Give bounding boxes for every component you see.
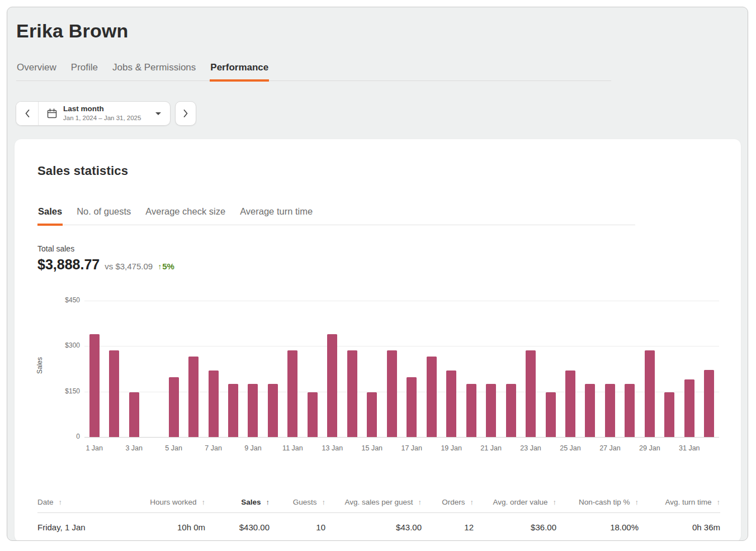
y-tick-label: 0: [29, 433, 80, 440]
table-cell: 10h 0m: [138, 522, 205, 532]
bar-14-jan[interactable]: [347, 350, 357, 437]
sort-arrow-icon: ↑: [717, 498, 721, 506]
x-tick-label: 15 Jan: [362, 444, 383, 452]
bar-28-jan[interactable]: [625, 384, 635, 437]
bar-30-jan[interactable]: [664, 392, 674, 437]
daily-sales-table: Date↑Hours worked↑Sales↑Guests↑Avg. sale…: [37, 491, 720, 541]
bar-24-jan[interactable]: [546, 392, 556, 437]
bar-1-jan[interactable]: [89, 334, 100, 437]
table-cell: 18.00%: [556, 522, 639, 532]
column-header-non-cash-tip-[interactable]: Non-cash tip %↑: [556, 498, 639, 506]
bar-23-jan[interactable]: [526, 350, 536, 437]
previous-period-button[interactable]: [16, 102, 39, 125]
main-tabs: OverviewProfileJobs & PermissionsPerform…: [16, 62, 611, 81]
bar-10-jan[interactable]: [268, 384, 278, 437]
chevron-right-icon: [183, 110, 188, 117]
bar-12-jan[interactable]: [308, 392, 318, 437]
bar-26-jan[interactable]: [585, 384, 595, 437]
page-header: Erika Brown OverviewProfileJobs & Permis…: [7, 7, 748, 81]
delta-value: 5%: [162, 262, 174, 271]
column-label: Hours worked: [150, 498, 196, 506]
bar-17-jan[interactable]: [407, 377, 417, 437]
bar-27-jan[interactable]: [605, 384, 615, 437]
x-tick-label: 29 Jan: [639, 444, 660, 452]
column-header-sales[interactable]: Sales↑: [205, 498, 270, 506]
tab-overview[interactable]: Overview: [16, 62, 57, 80]
table-row[interactable]: Friday, 1 Jan10h 0m$430.0010$43.0012$36.…: [37, 513, 720, 541]
bar-8-jan[interactable]: [228, 384, 238, 437]
total-sales-row: $3,888.77 vs $3,475.09 ↑5%: [37, 256, 174, 273]
bar-20-jan[interactable]: [466, 384, 476, 437]
bar-31-jan[interactable]: [684, 379, 694, 437]
bar-22-jan[interactable]: [506, 384, 516, 437]
bar-29-jan[interactable]: [645, 350, 655, 437]
bar-6-jan[interactable]: [188, 357, 199, 437]
y-axis-label: Sales: [36, 357, 44, 374]
date-range-picker: Last month Jan 1, 2024 – Jan 31, 2025: [16, 101, 171, 126]
x-tick-label: 31 Jan: [679, 444, 700, 452]
tab-profile[interactable]: Profile: [70, 62, 98, 80]
bar-extra[interactable]: [704, 370, 714, 437]
bar-16-jan[interactable]: [387, 350, 397, 437]
x-tick-label: 25 Jan: [560, 444, 581, 452]
delta-badge: ↑5%: [158, 262, 174, 271]
bar-25-jan[interactable]: [565, 370, 575, 437]
gridline-300: [84, 346, 719, 346]
column-header-avg-order-value[interactable]: Avg. order value↑: [474, 498, 556, 506]
table-header-row: Date↑Hours worked↑Sales↑Guests↑Avg. sale…: [37, 491, 720, 513]
bar-7-jan[interactable]: [209, 370, 219, 437]
date-range-value: Jan 1, 2024 – Jan 31, 2025: [63, 114, 141, 122]
bar-3-jan[interactable]: [129, 392, 139, 437]
page-title: Erika Brown: [16, 16, 748, 48]
arrow-up-icon: ↑: [158, 262, 162, 271]
column-label: Non-cash tip %: [579, 498, 630, 506]
gridline-0: [84, 437, 719, 438]
bar-21-jan[interactable]: [486, 384, 496, 437]
column-header-guests[interactable]: Guests↑: [270, 498, 325, 506]
sort-arrow-icon: ↑: [59, 498, 63, 506]
table-cell: 12: [422, 522, 474, 532]
bar-2-jan[interactable]: [109, 350, 119, 437]
total-sales-value: $3,888.77: [37, 256, 100, 273]
bar-11-jan[interactable]: [287, 350, 297, 437]
chevron-down-icon: [155, 112, 161, 115]
metric-tab-average-turn-time[interactable]: Average turn time: [239, 206, 313, 225]
tab-performance[interactable]: Performance: [210, 62, 269, 80]
tab-jobs-permissions[interactable]: Jobs & Permissions: [112, 62, 196, 80]
x-tick-label: 3 Jan: [125, 444, 143, 452]
chevron-left-icon: [25, 110, 30, 117]
bar-13-jan[interactable]: [327, 334, 337, 437]
date-range-texts: Last month Jan 1, 2024 – Jan 31, 2025: [63, 104, 141, 122]
column-header-avg-turn-time[interactable]: Avg. turn time↑: [639, 498, 720, 506]
column-header-orders[interactable]: Orders↑: [422, 498, 474, 506]
metric-tab-sales[interactable]: Sales: [37, 206, 63, 225]
x-tick-label: 23 Jan: [520, 444, 541, 452]
date-range-dropdown[interactable]: Last month Jan 1, 2024 – Jan 31, 2025: [39, 102, 170, 125]
y-tick-label: $450: [29, 296, 80, 304]
sales-bar-chart: Sales $450$300$1500 1 Jan3 Jan5 Jan7 Jan…: [15, 290, 741, 463]
y-tick-label: $150: [29, 387, 80, 395]
column-header-avg-sales-per-guest[interactable]: Avg. sales per guest↑: [325, 498, 422, 506]
metric-tab-average-check-size[interactable]: Average check size: [145, 206, 226, 225]
table-cell: 0h 36m: [639, 522, 720, 532]
column-label: Orders: [442, 498, 465, 506]
column-label: Avg. order value: [493, 498, 547, 506]
column-header-date[interactable]: Date↑: [37, 498, 138, 506]
bar-5-jan[interactable]: [169, 377, 179, 437]
x-tick-label: 11 Jan: [282, 444, 303, 452]
table-cell: 10: [270, 522, 325, 532]
gridline-450: [84, 301, 719, 301]
bar-9-jan[interactable]: [248, 384, 258, 437]
metric-tab-no-of-guests[interactable]: No. of guests: [76, 206, 131, 225]
bar-19-jan[interactable]: [446, 370, 456, 437]
column-header-hours-worked[interactable]: Hours worked↑: [138, 498, 205, 506]
x-tick-label: 19 Jan: [441, 444, 462, 452]
column-label: Guests: [293, 498, 317, 506]
next-period-button[interactable]: [175, 101, 196, 126]
employee-performance-page: Erika Brown OverviewProfileJobs & Permis…: [7, 7, 748, 541]
bar-15-jan[interactable]: [367, 392, 377, 437]
table-cell: $43.00: [325, 522, 422, 532]
table-cell: Friday, 1 Jan: [37, 522, 138, 532]
y-tick-label: $300: [29, 341, 80, 349]
bar-18-jan[interactable]: [427, 357, 437, 437]
